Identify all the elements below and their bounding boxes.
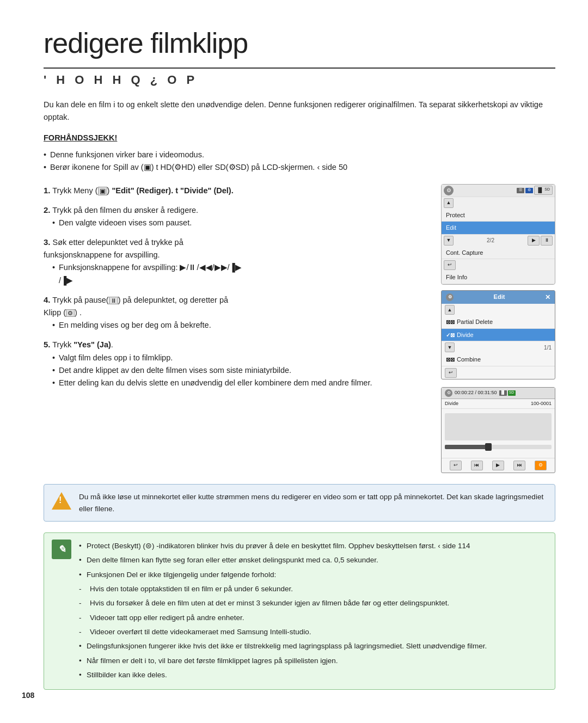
prereq-title: FORHÅNDSSJEKK! [44,132,555,144]
step-5-sub-3: Etter deling kan du delvis slette en unø… [52,377,430,389]
menu-icon: ☰ [517,188,524,193]
edit-up-btn[interactable]: ▲ [445,305,455,315]
play-icons: ▶ ⏸ [528,236,553,246]
divide-clip-number: 100-0001 [531,400,552,408]
panel-top-icons: ☰ ⚙ ▐▌ SD [517,186,553,195]
note-item-4: Hvis du forsøker å dele en film uten at … [79,597,547,610]
edit-counter-row: ▼ 1/1 [442,341,555,353]
file-info-item[interactable]: File Info [442,271,555,284]
back-row-1: ↩ [442,259,555,271]
warning-box: Du må ikke løse ut minnekortet eller kut… [44,484,555,522]
play-btn[interactable]: ▶ [528,236,540,246]
note-item-3: Hvis den totale opptakstiden til en film… [79,583,547,596]
edit-panel: ⚙ Edit ✕ ▲ ⊠⊠ Partial Delete ✓⊠ Divide ▼… [441,290,555,379]
page-title: redigere filmklipp [44,22,555,69]
page-subtitle: ' H O H H Q ¿ O P [44,71,555,89]
note-item-9: Stillbilder kan ikke deles. [79,669,547,682]
battery-card-icons: ▐▌ SD [534,186,553,195]
combine-item[interactable]: ⊠⊠ Combine [442,353,555,366]
step-3-sub-1: Funksjonsknappene for avspilling: ▶/⏸/◀◀… [52,261,430,286]
panel-down-btn[interactable]: ▼ [444,236,454,246]
step-4-number: 4. [44,295,51,304]
step-5-number: 5. [44,340,51,349]
divide-header: ⚙ 00:00:22 / 00:31:50 ▐▌ SD [442,388,555,399]
step-5-sub-2: Det andre klippet av den delte filmen vi… [52,364,430,377]
prereq-list: Denne funksjonen virker bare i videomodu… [44,149,555,174]
edit-panel-title: Edit [494,292,505,302]
prereq-item-2: Berør ikonene for Spill av (▣) t HD(⚙HD)… [44,161,555,174]
combine-icon: ⊠⊠ [446,356,455,364]
triangle-shape [52,492,71,510]
divide-timecode: 00:00:22 / 00:31:50 [455,389,497,397]
edit-item-selected[interactable]: Edit [442,222,555,235]
divide-panel: ⚙ 00:00:22 / 00:31:50 ▐▌ SD Divide 100-0… [441,387,555,474]
cont-capture-item[interactable]: Cont. Capture [442,247,555,260]
note-box: ✎ Protect (Beskytt) (⊜) -indikatoren bli… [44,532,555,690]
divide-clip-info: Divide 100-0001 [442,399,555,409]
page-number: 108 [22,690,34,701]
edit-panel-header: ⚙ Edit ✕ [442,291,555,304]
edit-back-btn[interactable]: ↩ [445,368,457,378]
pause-btn[interactable]: ⏸ [541,236,553,246]
divide-controls: ↩ ⏮ ▶ ⏭ ⚙ [442,458,555,473]
card-icon: SD [544,187,550,194]
divide-check-icon: ✓⊠ [446,331,455,339]
divide-item-selected[interactable]: ✓⊠ Divide [442,329,555,342]
partial-delete-icon: ⊠⊠ [446,318,455,326]
back-btn-1[interactable]: ↩ [444,260,456,270]
divide-sd-icon: SD [508,390,516,396]
divide-progress-bar[interactable] [445,445,552,449]
counter-row: ▼ 2/2 ▶ ⏸ [442,235,555,247]
step-3-number: 3. [44,237,51,247]
divide-battery-icon: ▐▌ [499,390,507,396]
divide-step-back-btn[interactable]: ⏮ [471,461,483,470]
edit-gear-icon: ⚙ [446,293,454,301]
divide-gear-icon: ⚙ [445,389,452,397]
panel-up-btn[interactable]: ▲ [444,198,454,208]
panel-top-row: ⚙ ☰ ⚙ ▐▌ SD [442,185,555,197]
edit-down-btn[interactable]: ▼ [445,342,455,352]
step-4: 4. Trykk på pause(⏸) på delepunktet, og … [44,293,430,332]
edit-up-row: ▲ [442,304,555,316]
note-icon: ✎ [52,540,71,559]
gear-icon: ⚙ [444,186,454,195]
divide-label-text: Divide [445,400,458,408]
settings-icon: ⚙ [525,188,533,193]
right-panels: ⚙ ☰ ⚙ ▐▌ SD ▲ Protect Edit ▼ 2/2 [441,184,555,474]
combine-label: Combine [457,355,481,364]
note-item-0: Protect (Beskytt) (⊜) -indikatoren blink… [79,540,547,553]
protect-item[interactable]: Protect [442,209,555,222]
step-3: 3. Søk etter delepunktet ved å trykke på… [44,236,430,287]
divide-content [442,409,555,458]
note-item-2: Funksjonen Del er ikke tilgjengelig unde… [79,568,547,581]
step-1-number: 1. [44,186,51,195]
divide-step-fwd-btn[interactable]: ⏭ [513,461,525,470]
divide-play-btn[interactable]: ▶ [492,461,504,470]
note-list: Protect (Beskytt) (⊜) -indikatoren blink… [79,540,547,683]
step-2-number: 2. [44,205,51,215]
note-item-8: Når filmen er delt i to, vil bare det fø… [79,654,547,667]
edit-close-btn[interactable]: ✕ [545,292,550,302]
warning-triangle-icon [52,491,71,511]
divide-label: Divide [457,330,474,340]
note-item-7: Delingsfunksjonen fungerer ikke hvis det… [79,640,547,653]
step-2-sub-1: Den valgte videoen vises som pauset. [52,217,430,229]
divide-slider-thumb[interactable] [485,443,492,451]
warning-text: Du må ikke løse ut minnekortet eller kut… [79,491,547,514]
divide-thumbnail [445,413,552,440]
step-4-sub-1: En melding vises og ber deg om å bekreft… [52,319,430,332]
panel-nav-row: ▲ [442,197,555,209]
step-1: 1. Trykk Meny (▣) "Edit" (Rediger). t "D… [44,184,430,197]
battery-icon: ▐▌ [537,187,544,194]
edit-back-row: ↩ [442,366,555,379]
partial-delete-item[interactable]: ⊠⊠ Partial Delete [442,316,555,329]
edit-counter: 1/1 [544,344,552,352]
menu-panel: ⚙ ☰ ⚙ ▐▌ SD ▲ Protect Edit ▼ 2/2 [441,184,555,285]
content-area: 1. Trykk Meny (▣) "Edit" (Rediger). t "D… [44,184,555,474]
divide-confirm-btn[interactable]: ⚙ [535,461,547,470]
panel-counter: 2/2 [487,236,494,244]
divide-back-btn[interactable]: ↩ [450,461,462,470]
step-2: 2. Trykk på den filmen du ønsker å redig… [44,204,430,229]
step-5: 5. Trykk "Yes" (Ja). Valgt film deles op… [44,338,430,389]
note-item-1: Den delte filmen kan flytte seg foran el… [79,554,547,567]
